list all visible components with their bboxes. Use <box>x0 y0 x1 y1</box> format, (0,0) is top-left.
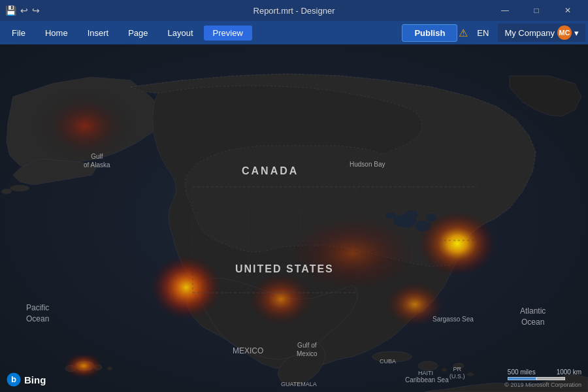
bing-logo: b Bing <box>7 372 46 387</box>
company-menu[interactable]: My Company MC ▾ <box>498 24 585 42</box>
undo-icon[interactable]: ↩ <box>20 5 28 16</box>
bing-icon: b <box>7 372 21 387</box>
title-bar: 💾 ↩ ↪ Report.mrt - Designer — □ ✕ <box>0 0 588 21</box>
maximize-button[interactable]: □ <box>521 0 551 21</box>
svg-point-15 <box>418 361 438 370</box>
menu-layout[interactable]: Layout <box>159 25 203 41</box>
window-title: Report.mrt - Designer <box>253 6 335 16</box>
language-selector[interactable]: EN <box>473 27 493 39</box>
svg-point-25 <box>33 87 137 165</box>
svg-point-23 <box>107 367 112 370</box>
menu-file[interactable]: File <box>3 25 35 41</box>
svg-point-18 <box>467 372 474 376</box>
window-controls: — □ ✕ <box>490 0 583 21</box>
publish-button[interactable]: Publish <box>402 24 457 42</box>
svg-point-30 <box>287 214 418 293</box>
svg-point-17 <box>442 368 447 372</box>
svg-point-31 <box>64 353 103 379</box>
title-bar-controls-left: 💾 ↩ ↪ <box>5 5 40 16</box>
menu-page[interactable]: Page <box>119 25 157 41</box>
svg-point-4 <box>1 189 12 194</box>
map-svg <box>0 44 588 392</box>
scale-graphic <box>508 377 565 380</box>
minimize-button[interactable]: — <box>490 0 520 21</box>
menu-preview[interactable]: Preview <box>204 25 252 41</box>
svg-point-27 <box>418 211 497 276</box>
scale-label-miles: 500 miles <box>508 368 536 376</box>
close-button[interactable]: ✕ <box>553 0 583 21</box>
menu-right-controls: ⚠ EN My Company MC ▾ <box>459 24 585 42</box>
svg-point-16 <box>453 363 464 368</box>
svg-text:b: b <box>11 374 16 384</box>
svg-point-14 <box>372 351 412 362</box>
company-name: My Company <box>504 28 555 38</box>
svg-point-29 <box>385 282 444 327</box>
menu-bar: File Home Insert Page Layout Preview Pub… <box>0 21 588 44</box>
bing-text: Bing <box>24 374 46 385</box>
save-icon[interactable]: 💾 <box>5 5 16 16</box>
scale-label-km: 1000 km <box>557 368 581 376</box>
svg-point-11 <box>385 212 396 219</box>
menu-insert[interactable]: Insert <box>78 25 118 41</box>
scale-bar: 500 miles 1000 km <box>508 368 581 380</box>
user-avatar: MC <box>557 25 572 40</box>
redo-icon[interactable]: ↪ <box>32 5 40 16</box>
map-container: CANADA UNITED STATES MEXICO Gulfof Alask… <box>0 44 588 392</box>
svg-point-3 <box>10 185 29 191</box>
svg-point-28 <box>248 273 314 325</box>
alert-icon[interactable]: ⚠ <box>459 27 468 39</box>
copyright: © 2019 Microsoft Corporation <box>504 382 581 388</box>
dropdown-icon: ▾ <box>574 28 579 38</box>
menu-home[interactable]: Home <box>36 25 77 41</box>
svg-point-26 <box>150 255 222 320</box>
